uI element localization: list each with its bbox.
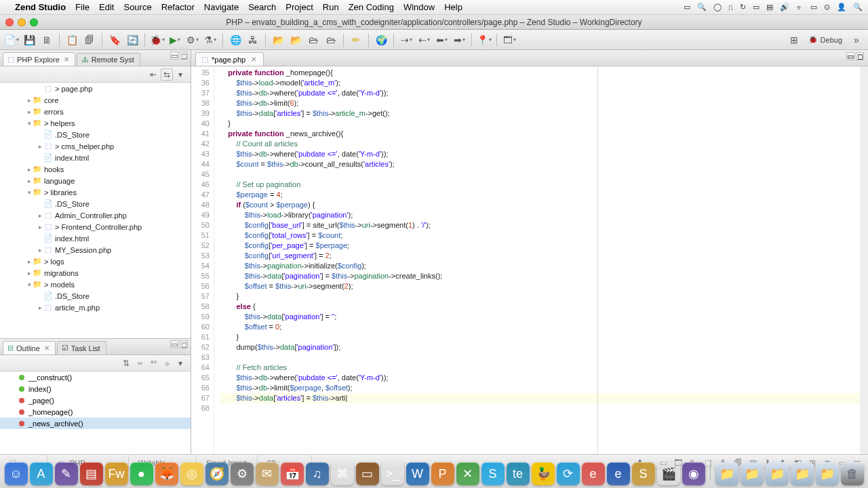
close-icon[interactable]: ✕ [251,56,256,63]
tree-item[interactable]: ▸📁language [0,175,191,186]
tree-item[interactable]: 📄index.html [0,152,191,163]
close-icon[interactable]: ✕ [44,344,50,352]
menu-help[interactable]: Help [444,2,462,12]
toolbar-button[interactable]: 🗁 [306,33,321,47]
perspective-debug[interactable]: 🐞 Debug [804,34,846,45]
dock-app[interactable]: A [30,462,53,485]
outline-item[interactable]: __construct() [0,371,191,383]
wifi-icon[interactable]: ᯤ [796,3,804,12]
toolbar-button[interactable]: 📍▾ [477,33,492,47]
minimize-view-icon[interactable]: ▭ [170,52,178,60]
back-button[interactable]: ⬅▾ [434,33,449,47]
toolbar-button[interactable]: 🔄 [125,33,140,47]
window-zoom-button[interactable] [30,18,38,26]
tree-item[interactable]: ▸⬚> Frontend_Controller.php [0,221,191,232]
dock-app[interactable]: >_ [381,462,404,485]
dock-app[interactable]: ✉ [256,462,279,485]
tree-item[interactable]: 📄index.html [0,232,191,244]
menu-edit[interactable]: Edit [99,2,114,12]
dock-app[interactable]: e [607,462,630,485]
dock-app[interactable]: P [431,462,454,485]
dock-folder[interactable]: 📁 [766,462,789,485]
dock-app[interactable]: ♫ [306,462,329,485]
tray-icon[interactable]: ↻ [740,3,746,12]
tree-item[interactable]: ▸📁> logs [0,256,191,267]
dock-app[interactable]: ☺ [5,462,28,485]
search-icon[interactable]: 🔍 [853,3,863,12]
toolbar-button[interactable]: ⇢▾ [399,33,414,47]
dock-app[interactable]: ⚙ [231,462,254,485]
tray-icon[interactable]: ◯ [713,3,722,12]
outline-item[interactable]: _page() [0,394,191,406]
dock-app[interactable]: 📅 [281,462,304,485]
collapse-all-icon[interactable]: ⇤ [147,68,159,81]
menu-refactor[interactable]: Refactor [161,2,195,12]
tree-item[interactable]: 📄.DS_Store [0,198,191,209]
new-button[interactable]: 📄▾ [4,33,19,47]
code-editor[interactable]: 3536373839404142434445464748495051525354… [191,66,868,454]
debug-button[interactable]: 🐞▾ [150,33,165,47]
volume-icon[interactable]: 🔊 [780,3,789,12]
toolbar-button[interactable]: ⚙▾ [185,33,200,47]
dock-app[interactable]: ✕ [456,462,479,485]
sort-icon[interactable]: ⇅ [120,357,132,369]
tab-outline[interactable]: ⊟ Outline ✕ [3,341,56,354]
spotlight-icon[interactable]: 🔍 [697,3,707,12]
toolbar-button[interactable]: 📋 [64,33,79,47]
outline-list[interactable]: __construct()index()_page()_homepage()_n… [0,371,191,454]
tray-icon[interactable]: ▭ [684,3,690,12]
view-menu-icon[interactable]: ▾ [174,68,186,81]
save-button[interactable]: 💾 [22,33,37,47]
tree-item[interactable]: ▸⬚article_m.php [0,302,191,313]
tab-remote-systems[interactable]: 🖧 Remote Syst [77,53,140,66]
toolbar-button[interactable]: 🗔▾ [502,33,517,47]
tree-item[interactable]: ▸📁hooks [0,163,191,175]
dock-app[interactable]: 🦆 [532,462,555,485]
toolbar-button[interactable]: 🗐 [82,33,97,47]
dock-app[interactable]: ▤ [80,462,103,485]
toolbar-button[interactable]: 🗁 [323,33,338,47]
save-all-button[interactable]: 🗎 [39,33,54,47]
tray-icon[interactable]: ▭ [753,3,760,12]
view-menu-icon[interactable]: ▾ [174,357,186,369]
dock-app[interactable]: 🧭 [205,462,229,485]
tree-item[interactable]: ▸📁errors [0,106,191,117]
toolbar-button[interactable]: 🌐 [228,33,243,47]
tab-php-explorer[interactable]: ⬚ PHP Explore ✕ [3,52,75,66]
run-button[interactable]: ▶▾ [167,33,182,47]
tree-item[interactable]: ▾📁> helpers [0,117,191,129]
close-icon[interactable]: ✕ [64,56,69,63]
menu-navigate[interactable]: Navigate [204,2,239,12]
tray-icon[interactable]: ⎍ [728,3,733,12]
tree-item[interactable]: ▸📁core [0,94,191,106]
dock-folder[interactable]: 📁 [791,462,814,485]
user-icon[interactable]: 👤 [837,3,846,12]
menu-file[interactable]: File [75,2,90,12]
tree-item[interactable]: ⬚> page.php [0,83,191,94]
dock-app[interactable]: ◉ [682,462,705,485]
outline-item[interactable]: _news_archive() [0,418,191,429]
minimize-view-icon[interactable]: ▭ [846,52,854,60]
code-content[interactable]: private function _homepage(){ $this->loa… [214,66,860,454]
az-icon[interactable]: ᵃᶻ [147,357,159,369]
dock-app[interactable]: ⟳ [557,462,580,485]
open-perspective-button[interactable]: ⊞ [787,33,802,47]
menu-source[interactable]: Source [123,2,151,12]
link-editor-icon[interactable]: ⇆ [161,68,173,81]
dock-app[interactable]: W [406,462,429,485]
toolbar-button[interactable]: ⚗▾ [203,33,218,47]
battery-icon[interactable]: ▭ [810,3,817,12]
minimize-view-icon[interactable]: ▭ [170,340,178,348]
maximize-view-icon[interactable]: ◻ [180,52,188,60]
dock-app[interactable]: ✎ [55,462,78,485]
dock-app[interactable]: te [507,462,530,485]
overview-ruler[interactable] [860,66,868,454]
menu-zen-coding[interactable]: Zen Coding [349,2,394,12]
menu-window[interactable]: Window [403,2,435,12]
more-button[interactable]: » [849,33,864,47]
dock-folder[interactable]: 📁 [741,462,764,485]
dock-app[interactable]: ▭ [356,462,379,485]
dock-app[interactable]: Fw [105,462,128,485]
tree-item[interactable]: 📄.DS_Store [0,290,191,302]
tree-item[interactable]: ▸📁migrations [0,267,191,279]
